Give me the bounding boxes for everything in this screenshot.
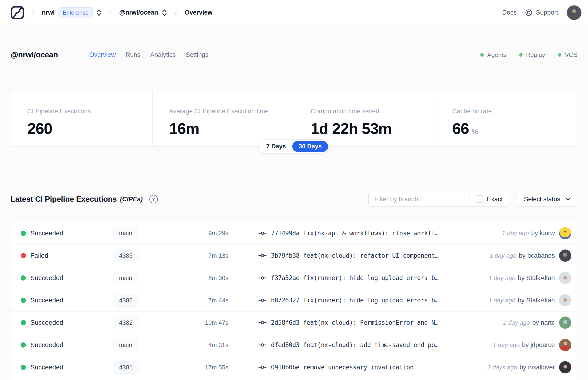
- branch-badge[interactable]: 4381: [113, 361, 138, 374]
- git-commit-icon: [258, 230, 267, 236]
- topbar: / nrwl Enterprise / @nrwl/ocean / Overvi…: [0, 0, 588, 25]
- indicator-label: Replay: [526, 51, 545, 58]
- range-7-days-button[interactable]: 7 Days: [260, 141, 292, 152]
- select-status-dropdown[interactable]: Select status: [517, 192, 577, 207]
- author-avatar: [559, 317, 571, 329]
- stat-cache-hit-rate: Cache hit rate 66 %: [436, 90, 577, 146]
- author-avatar: [559, 294, 571, 306]
- time-ago-label: 2 days ago: [487, 364, 517, 371]
- user-avatar[interactable]: [567, 5, 582, 20]
- status-dot-icon: [21, 253, 26, 258]
- duration-label: 9m 29s: [170, 229, 228, 237]
- author-label: by StalkAltan: [518, 274, 555, 282]
- git-commit-icon: [258, 297, 267, 303]
- table-row[interactable]: Succeeded 4386 7m 44s b8726327 fix(runne…: [11, 289, 577, 311]
- stat-label: Cache hit rate: [452, 108, 577, 115]
- commit-message: 0918b0be remove unnecessary invalidation: [271, 364, 414, 371]
- stats-section: CI Pipeline Executions 260 Average CI Pi…: [11, 90, 577, 147]
- support-link[interactable]: Support: [525, 9, 558, 17]
- stat-value: 1d 22h 53m: [311, 120, 436, 137]
- branch-cell: main: [113, 339, 170, 351]
- status-dot-icon: [21, 298, 26, 303]
- commit-cell[interactable]: 2d58f6d3 feat(nx-cloud): PermissionError…: [258, 319, 498, 326]
- commit-message: 771499da fix(nx-api & workflows): close …: [271, 230, 438, 237]
- stat-value: 260: [27, 120, 152, 137]
- exact-checkbox[interactable]: [475, 195, 483, 203]
- branch-badge[interactable]: main: [113, 339, 138, 351]
- workspace-switcher-chevron-icon[interactable]: [162, 9, 167, 17]
- stat-ci-pipeline-executions: CI Pipeline Executions 260: [11, 90, 152, 146]
- breadcrumb-separator: /: [109, 8, 112, 17]
- stat-number: 1d 22h 53m: [311, 120, 392, 137]
- commit-cell[interactable]: 771499da fix(nx-api & workflows): close …: [258, 230, 497, 237]
- stat-unit: %: [472, 128, 478, 136]
- duration-label: 4m 31s: [170, 342, 228, 349]
- branch-cell: main: [113, 227, 170, 239]
- branch-badge[interactable]: 4385: [113, 249, 138, 262]
- branch-filter-input[interactable]: [369, 192, 469, 207]
- docs-link[interactable]: Docs: [502, 9, 517, 16]
- tab-analytics[interactable]: Analytics: [149, 49, 177, 60]
- git-commit-icon: [258, 320, 267, 326]
- commit-cell[interactable]: dfed80d3 feat(nx-cloud): add time-saved …: [258, 342, 488, 348]
- branch-badge[interactable]: main: [113, 227, 138, 239]
- commit-message: dfed80d3 feat(nx-cloud): add time-saved …: [271, 342, 438, 348]
- duration-label: 7m 13s: [170, 252, 228, 259]
- author-label: by bcabanes: [519, 252, 555, 259]
- table-row[interactable]: Succeeded 4381 17m 55s 0918b0be remove u…: [11, 356, 577, 378]
- branch-cell: 4385: [113, 249, 170, 262]
- breadcrumb-org: nrwl Enterprise: [42, 7, 102, 18]
- org-switcher-chevron-icon[interactable]: [96, 9, 102, 17]
- stat-number: 16m: [169, 120, 199, 137]
- duration-label: 17m 55s: [170, 364, 228, 371]
- stat-value: 66 %: [452, 120, 577, 137]
- table-row[interactable]: Succeeded 4382 19m 47s 2d58f6d3 feat(nx-…: [11, 311, 577, 334]
- author-avatar: [559, 361, 571, 373]
- breadcrumb-separator: /: [175, 8, 177, 17]
- table-row[interactable]: Succeeded main 9m 29s 771499da fix(nx-ap…: [11, 222, 577, 244]
- breadcrumb: / nrwl Enterprise / @nrwl/ocean / Overvi…: [11, 6, 212, 19]
- tab-runs[interactable]: Runs: [125, 49, 141, 60]
- tab-overview[interactable]: Overview: [88, 49, 117, 60]
- branch-cell: 4381: [113, 361, 170, 374]
- author-avatar: [559, 249, 571, 262]
- breadcrumb-workspace: @nrwl/ocean: [119, 9, 167, 17]
- branch-cell: main: [113, 272, 170, 284]
- row-meta: 1 day ago by StalkAltan: [489, 294, 571, 306]
- lifebuoy-icon: [525, 9, 532, 17]
- topbar-right: Docs Support: [502, 5, 582, 20]
- time-ago-label: 1 day ago: [489, 274, 515, 282]
- range-30-days-button[interactable]: 30 Days: [292, 141, 328, 152]
- indicator-agents[interactable]: Agents: [480, 51, 506, 58]
- org-name[interactable]: nrwl: [42, 9, 55, 16]
- author-avatar: [559, 339, 571, 351]
- table-row[interactable]: Succeeded main 4m 31s dfed80d3 feat(nx-c…: [11, 334, 577, 356]
- help-icon[interactable]: ?: [149, 195, 158, 203]
- commit-message: 3b79fb38 feat(nx-cloud): refactor UI com…: [271, 252, 438, 259]
- git-commit-icon: [258, 364, 267, 370]
- branch-badge[interactable]: main: [113, 272, 138, 284]
- stat-label: Average CI Pipeline Execution time: [169, 108, 294, 115]
- cipe-table: Succeeded main 9m 29s 771499da fix(nx-ap…: [11, 222, 577, 380]
- branch-badge[interactable]: 4382: [113, 317, 138, 329]
- exact-toggle[interactable]: Exact: [470, 195, 509, 203]
- cipe-filters: Exact Select status: [368, 192, 577, 207]
- table-row[interactable]: Failed 4385 7m 13s 3b79fb38 feat(nx-clou…: [11, 244, 577, 267]
- indicator-replay[interactable]: Replay: [519, 51, 545, 58]
- indicator-vcs[interactable]: VCS: [558, 51, 577, 58]
- time-ago-label: 1 day ago: [493, 342, 520, 349]
- status-dot-icon: [21, 231, 26, 236]
- tab-settings[interactable]: Settings: [185, 49, 209, 60]
- commit-cell[interactable]: 0918b0be remove unnecessary invalidation: [258, 364, 483, 371]
- feature-status-group: Agents Replay VCS: [464, 47, 577, 62]
- duration-label: 7m 44s: [170, 297, 228, 304]
- stat-value: 16m: [169, 120, 294, 137]
- commit-cell[interactable]: b8726327 fix(runner): hide log upload er…: [258, 297, 484, 304]
- workspace-name[interactable]: @nrwl/ocean: [119, 9, 158, 16]
- branch-badge[interactable]: 4386: [113, 294, 138, 307]
- branch-cell: 4382: [113, 317, 170, 329]
- nx-cloud-logo[interactable]: [11, 6, 24, 19]
- commit-cell[interactable]: 3b79fb38 feat(nx-cloud): refactor UI com…: [258, 252, 485, 259]
- table-row[interactable]: Succeeded main 8m 30s f37a32ae fix(runne…: [11, 267, 577, 289]
- commit-cell[interactable]: f37a32ae fix(runner): hide log upload er…: [258, 274, 484, 282]
